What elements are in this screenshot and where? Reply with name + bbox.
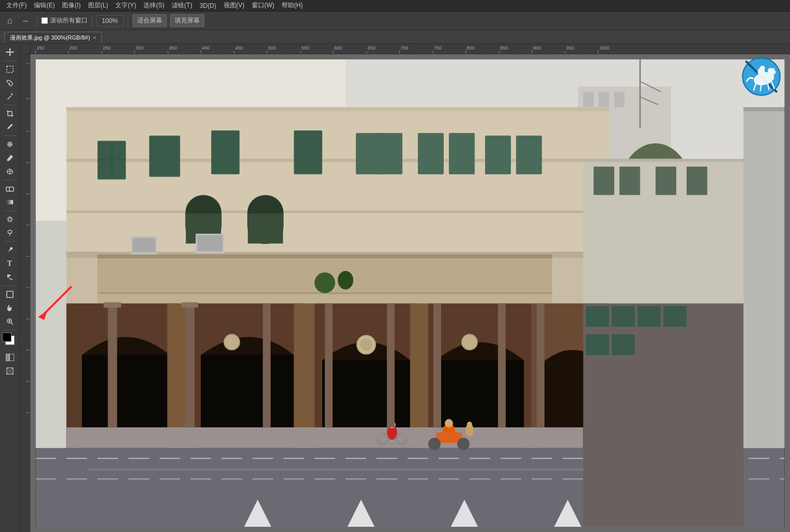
svg-rect-208	[663, 306, 687, 327]
scroll-all-windows-checkbox[interactable]	[41, 17, 48, 24]
svg-rect-120	[66, 211, 609, 213]
svg-rect-11	[9, 354, 14, 361]
home-button[interactable]: ⌂	[4, 15, 16, 27]
tool-sep-4	[4, 180, 16, 180]
menu-window[interactable]: 窗口(W)	[249, 0, 277, 11]
zoom-input[interactable]	[96, 15, 124, 27]
svg-rect-219	[104, 302, 121, 307]
svg-text:400: 400	[202, 45, 210, 51]
crop-tool[interactable]	[2, 107, 18, 120]
svg-rect-213	[263, 303, 271, 427]
svg-rect-205	[586, 306, 609, 327]
svg-rect-214	[325, 303, 333, 427]
canvas-wrap: 150 200 250 300 350 400	[20, 44, 790, 532]
svg-text:600: 600	[334, 45, 342, 51]
lasso-tool[interactable]	[2, 77, 18, 89]
svg-text:250: 250	[103, 45, 111, 51]
text-tool[interactable]: T	[2, 257, 18, 270]
svg-text:850: 850	[500, 45, 508, 51]
quick-mask-button[interactable]	[2, 351, 18, 364]
eyedropper-tool[interactable]	[2, 121, 18, 133]
ruler-top-svg: 150 200 250 300 350 400	[30, 44, 790, 54]
svg-point-1	[11, 93, 13, 94]
svg-rect-135	[212, 131, 239, 174]
screen-mode-button[interactable]	[2, 365, 18, 377]
svg-text:150: 150	[37, 45, 44, 51]
tool-sep-7	[4, 286, 16, 286]
menu-layer[interactable]: 图层(L)	[85, 0, 112, 11]
svg-rect-141	[449, 133, 475, 174]
svg-rect-69	[20, 54, 30, 532]
left-toolpanel: T	[0, 44, 20, 532]
tool-sep-8	[4, 330, 16, 330]
gradient-tool[interactable]	[2, 196, 18, 208]
svg-rect-8	[7, 291, 13, 298]
menu-3d[interactable]: 3D(D)	[197, 1, 220, 10]
marquee-tool[interactable]	[2, 63, 18, 76]
shape-tool[interactable]	[2, 288, 18, 301]
healing-brush-tool[interactable]	[2, 138, 18, 151]
svg-text:350: 350	[169, 45, 177, 51]
menu-filter[interactable]: 滤镜(T)	[168, 0, 195, 11]
svg-rect-10	[6, 354, 9, 361]
canvas-image[interactable]	[35, 59, 785, 527]
svg-rect-137	[295, 131, 322, 174]
svg-rect-162	[593, 167, 614, 195]
path-selection-tool[interactable]	[2, 271, 18, 283]
menu-file[interactable]: 文件(F)	[3, 0, 30, 11]
svg-text:150: 150	[20, 67, 21, 75]
svg-text:450: 450	[235, 45, 243, 51]
zoom-tool[interactable]	[2, 315, 18, 328]
foreground-color-swatch[interactable]	[2, 332, 11, 342]
menu-select[interactable]: 选择(S)	[140, 0, 167, 11]
svg-point-225	[338, 271, 354, 290]
toolbar-separator-1	[37, 15, 37, 27]
pen-tool[interactable]	[2, 244, 18, 256]
tab-close-button[interactable]: ×	[93, 35, 96, 41]
menu-edit[interactable]: 编辑(E)	[31, 0, 58, 11]
svg-rect-218	[537, 303, 544, 427]
menu-image[interactable]: 图像(I)	[59, 0, 83, 11]
blur-tool[interactable]	[2, 213, 18, 226]
svg-rect-3	[6, 187, 14, 191]
svg-rect-140	[418, 133, 444, 174]
document-tab[interactable]: 漫画效果.jpg @ 300%(RGB/8#) ×	[4, 32, 102, 43]
svg-rect-211	[108, 303, 117, 427]
svg-rect-165	[687, 167, 708, 195]
svg-rect-112	[614, 92, 625, 107]
menu-view[interactable]: 视图(V)	[221, 0, 248, 11]
svg-text:700: 700	[400, 45, 408, 51]
svg-rect-111	[599, 92, 609, 107]
move-tool-options[interactable]: ↔	[19, 16, 32, 26]
svg-text:550: 550	[301, 45, 309, 51]
hand-tool[interactable]	[2, 302, 18, 314]
eraser-tool[interactable]	[2, 182, 18, 195]
svg-rect-202	[744, 107, 785, 448]
scroll-all-windows-label: 滚动所有窗口	[41, 16, 88, 25]
svg-point-7	[8, 230, 12, 233]
fit-screen-button[interactable]: 适合屏幕	[132, 14, 167, 27]
menu-text[interactable]: 文字(Y)	[112, 0, 139, 11]
svg-rect-143	[516, 135, 542, 174]
menu-help[interactable]: 帮助(H)	[278, 0, 306, 11]
tool-sep-2	[4, 105, 16, 105]
clone-stamp-tool[interactable]	[2, 165, 18, 178]
svg-point-187	[457, 438, 470, 450]
ruler-left-svg: 150 200 250 300 350 400 450 500	[20, 54, 30, 532]
svg-text:800: 800	[467, 45, 475, 51]
svg-rect-118	[66, 107, 609, 112]
svg-text:300: 300	[136, 45, 143, 51]
svg-rect-169	[197, 236, 223, 252]
fill-screen-button[interactable]: 填充屏幕	[170, 14, 204, 27]
svg-rect-167	[132, 238, 155, 252]
svg-rect-145	[98, 254, 552, 258]
svg-rect-14	[30, 44, 790, 54]
svg-rect-4	[7, 200, 13, 204]
move-tool[interactable]	[2, 46, 18, 58]
brush-tool[interactable]	[2, 152, 18, 164]
magic-wand-tool[interactable]	[2, 90, 18, 103]
svg-point-184	[445, 419, 453, 427]
color-swatches[interactable]	[2, 332, 18, 347]
dodge-tool[interactable]	[2, 227, 18, 239]
top-toolbar: ⌂ ↔ 滚动所有窗口 适合屏幕 填充屏幕	[0, 11, 790, 30]
